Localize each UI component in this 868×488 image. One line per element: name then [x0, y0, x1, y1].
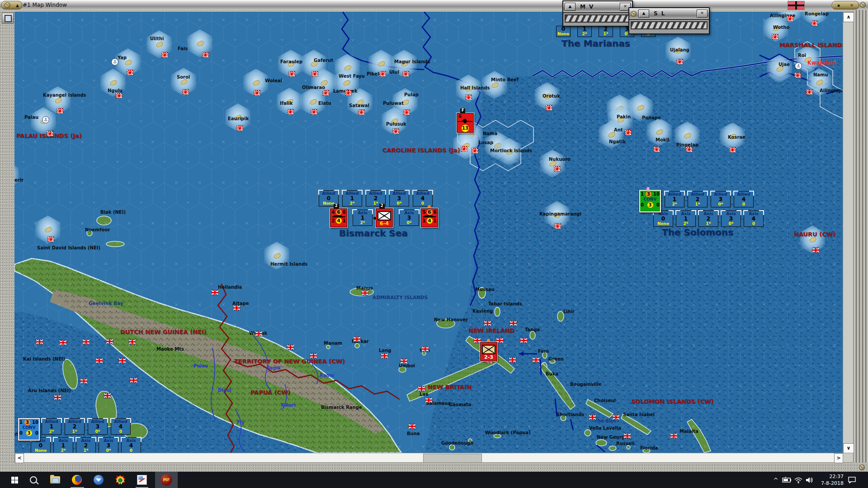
scroll-up-button[interactable]: ∧ — [843, 12, 854, 22]
bismarck-axis-1-option-1[interactable]: Axis12* — [353, 210, 373, 226]
firefox-icon — [72, 475, 82, 485]
commonwealth-flag-icon — [509, 357, 516, 362]
infantry-symbol-icon — [377, 211, 391, 221]
option-value: 2* — [676, 221, 695, 226]
scroll-left-button[interactable]: < — [15, 453, 24, 463]
port-anchor-icon: ⚓ — [795, 62, 802, 70]
tray-expand-button[interactable]: ^ — [771, 472, 780, 488]
solomons-allied-option-2[interactable]: Allied21* — [688, 191, 708, 207]
search-icon — [30, 476, 37, 483]
option-value: 2* — [42, 429, 61, 434]
restore-icon[interactable]: ▪ — [837, 3, 840, 8]
close-icon[interactable]: ✕ — [850, 3, 854, 8]
taskbar-paint-button[interactable] — [132, 472, 152, 488]
map-canvas[interactable]: ⚓⚓⚓PALAU ISLANDS (Ja)CAROLINE ISLANDS (J… — [14, 12, 843, 453]
solomons-axis-option-2[interactable]: Axis21* — [698, 211, 718, 227]
commonwealth-flag-icon — [80, 379, 87, 384]
map-label: NAURU (CW) — [794, 231, 835, 237]
air-unit-counter[interactable]: 613F — [457, 113, 474, 133]
taskbar-search-button[interactable] — [24, 472, 43, 488]
taskbar-clock[interactable]: 22:37 7-8-2018 — [816, 473, 844, 487]
japan-flag-icon — [555, 224, 561, 229]
map-label: Mussau — [475, 287, 495, 292]
sw-axis-option-4[interactable]: Axis40 — [121, 437, 141, 453]
sw-allied-option-1[interactable]: Allied12* — [42, 418, 61, 435]
tool-window-sl[interactable]: ▲ S L ✕ — [628, 7, 710, 34]
map-label: Digul — [218, 388, 231, 393]
sw-allied-option-3[interactable]: Allied30* — [88, 418, 108, 435]
map-label: Ramu — [320, 373, 334, 378]
sw-axis-option-3[interactable]: Axis30* — [99, 437, 118, 453]
counter-values: 141 — [421, 217, 438, 224]
option-number: 1 — [54, 443, 73, 448]
sw-axis-option-2[interactable]: Axis21* — [76, 437, 96, 453]
wifi-icon — [794, 477, 803, 483]
convoy-unit-counter[interactable]: 1310CONV030 — [639, 190, 661, 212]
option-number: 2 — [366, 196, 385, 201]
window-menu-button[interactable]: ▲ — [1, 1, 22, 9]
taskbar-firefox-button[interactable] — [67, 472, 87, 488]
infantry-unit-counter[interactable]: 6-42 — [376, 208, 393, 227]
taskbar-explorer-button[interactable] — [45, 472, 65, 488]
start-button[interactable] — [5, 472, 24, 488]
solomons-axis-option-1[interactable]: Axis12* — [676, 211, 696, 227]
solomons-axis-option-0[interactable]: Axis0None — [653, 211, 673, 227]
map-label: Hall Islands — [460, 86, 490, 90]
tray-battery[interactable] — [782, 472, 792, 488]
map-label: Buka — [546, 372, 558, 376]
option-number: 3 — [711, 197, 730, 202]
map-label: Eauripik — [228, 117, 249, 121]
scroll-right-button[interactable]: > — [834, 453, 843, 463]
sw-allied-option-2[interactable]: Allied21* — [65, 418, 85, 435]
map-label: Pulap — [404, 93, 419, 97]
action-center-button[interactable] — [848, 472, 856, 488]
map-label: Biak (NEI) — [100, 210, 126, 215]
unit-strength: 6-4 — [376, 221, 392, 226]
infantry-unit-counter[interactable]: 2-3 — [480, 342, 497, 361]
horizontal-scrollbar[interactable]: < > — [14, 453, 843, 463]
map-label: Bismarck Range — [321, 405, 362, 410]
tray-network[interactable] — [794, 472, 803, 488]
window-controls[interactable]: ▪ ✕ — [832, 1, 859, 9]
option-value: 2* — [54, 448, 73, 453]
frame-window-button[interactable] — [2, 13, 14, 23]
convoy-unit-counter[interactable]: 1310CONV030 — [18, 418, 40, 441]
sw-allied-option-4[interactable]: Allied40 — [111, 418, 131, 435]
map-label: Puluwat — [383, 101, 404, 106]
collapse-button[interactable]: ▲ — [565, 3, 576, 11]
marianas-option-0[interactable]: 0None — [556, 26, 571, 37]
solomons-allied-option-1[interactable]: Allied12* — [665, 191, 684, 207]
option-number: 1 — [42, 424, 61, 429]
bismarck-allied-option-4[interactable]: Allied40 — [413, 190, 433, 206]
option-number: 2 — [599, 26, 613, 32]
bismarck-axis-3-option-3[interactable]: Axis30* — [399, 210, 419, 226]
scroll-down-button[interactable]: ∨ — [843, 443, 854, 453]
solomons-axis-option-3[interactable]: Axis30* — [721, 211, 741, 227]
taskbar-thunderbird-button[interactable] — [89, 472, 108, 488]
bismarck-allied-option-3[interactable]: Allied30* — [389, 190, 409, 206]
collapse-button[interactable]: ▲ — [638, 9, 649, 18]
bismarck-allied-option-1[interactable]: Allied12* — [342, 190, 362, 206]
map-window-titlebar[interactable]: ▲ #1 Map Window ▪ ✕ — [0, 0, 868, 10]
marianas-option-2[interactable]: 21* — [599, 26, 613, 37]
scrollbar-thumb[interactable] — [423, 454, 482, 463]
naval-unit-counter[interactable]: 4662412 — [330, 208, 347, 227]
island-blob — [273, 253, 282, 259]
taskbar-game-button[interactable] — [110, 472, 130, 488]
tray-volume[interactable] — [805, 472, 814, 488]
map-label: Saint David Islands (NEI) — [37, 246, 100, 250]
sw-axis-option-1[interactable]: Axis12* — [53, 437, 73, 453]
vertical-scrollbar[interactable]: ∧ ∨ — [843, 12, 854, 453]
option-value: 0* — [711, 202, 730, 207]
solomons-axis-option-4[interactable]: Axis40 — [744, 211, 764, 227]
close-button[interactable]: ✕ — [697, 9, 708, 18]
taskbar-mwif-button-active[interactable]: MF — [155, 472, 178, 488]
commonwealth-flag-icon — [613, 415, 619, 420]
tool-window-mv[interactable]: ▲ M V ✕ — [562, 0, 633, 27]
solomons-allied-option-4[interactable]: Allied40 — [734, 191, 754, 207]
japan-flag-icon — [546, 105, 552, 110]
marianas-option-1[interactable]: 12* — [577, 26, 592, 37]
naval-unit-counter[interactable]: 566141 — [421, 208, 438, 227]
solomons-allied-option-3[interactable]: Allied30* — [711, 191, 731, 207]
island-blob — [637, 104, 645, 111]
